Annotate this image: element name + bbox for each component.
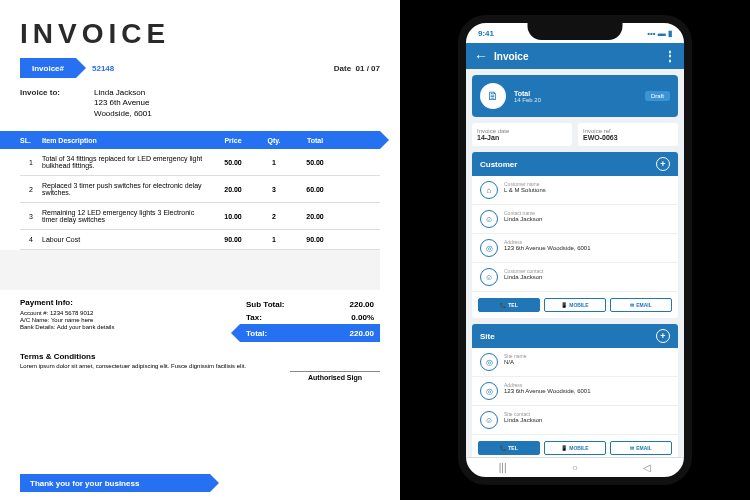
signature-line: Authorised Sign — [290, 371, 380, 381]
status-badge: Draft — [645, 91, 670, 101]
invoice-date: Date 01 / 07 — [334, 64, 380, 73]
bill-to-address: Linda Jackson 123 6th Avenue Woodside, 6… — [94, 88, 152, 119]
person-icon: ☺ — [480, 411, 498, 429]
phone-panel: 9:41 ••• ▬ ▮ ← Invoice ⋮ 🗎 Total 14 Feb … — [400, 0, 750, 500]
email-button[interactable]: ✉ EMAIL — [610, 441, 672, 455]
header-band: Invoice# 52148 Date 01 / 07 — [20, 58, 380, 78]
person-icon: ☺ — [480, 210, 498, 228]
summary-block: Payment Info: Account #: 1234 5678 9012 … — [20, 298, 380, 342]
business-icon: ⌂ — [480, 181, 498, 199]
invoice-date-card[interactable]: Invoice date14-Jan — [472, 123, 572, 146]
customer-header: Customer+ — [472, 152, 678, 176]
bill-to: Invoice to: Linda Jackson 123 6th Avenue… — [20, 88, 380, 119]
add-icon[interactable]: + — [656, 329, 670, 343]
site-address-field[interactable]: ◎Address123 6th Avenue Woodside, 6001 — [472, 377, 678, 406]
table-header: SL. Item Description Price Qty. Total — [0, 131, 380, 149]
table-row: 3Remaining 12 LED emergency lights 3 Ele… — [20, 203, 380, 230]
thank-you-band: Thank you for your business — [20, 474, 210, 492]
terms: Terms & Conditions Lorem ipsum dolor sit… — [20, 352, 380, 369]
bill-to-label: Invoice to: — [20, 88, 94, 119]
site-header: Site+ — [472, 324, 678, 348]
totals: Sub Total:220.00 Tax:0.00% Total:220.00 — [240, 298, 380, 342]
phone-notch — [528, 23, 623, 40]
table-row: 1Total of 34 fittings replaced for LED e… — [20, 149, 380, 176]
tel-button[interactable]: 📞 TEL — [478, 441, 540, 455]
menu-icon[interactable]: ⋮ — [664, 49, 676, 63]
android-nav: ||| ○ ◁ — [466, 457, 684, 477]
table-filler — [0, 250, 380, 290]
add-icon[interactable]: + — [656, 157, 670, 171]
phone-frame: 9:41 ••• ▬ ▮ ← Invoice ⋮ 🗎 Total 14 Feb … — [458, 15, 692, 485]
person-icon: ☺ — [480, 268, 498, 286]
mobile-button[interactable]: 📱 MOBILE — [544, 298, 606, 312]
invoice-number: 52148 — [92, 64, 114, 73]
email-button[interactable]: ✉ EMAIL — [610, 298, 672, 312]
nav-back-icon[interactable]: ◁ — [643, 462, 651, 473]
invoice-ref-card[interactable]: Invoice ref.EWO-0063 — [578, 123, 678, 146]
invoice-number-label: Invoice# — [20, 58, 76, 78]
app-body[interactable]: 🗎 Total 14 Feb 20 Draft Invoice date14-J… — [466, 69, 684, 457]
contact-name-field[interactable]: ☺Contact nameLinda Jackson — [472, 205, 678, 234]
table-row: 4Labour Cost90.00190.00 — [20, 230, 380, 250]
location-icon: ◎ — [480, 239, 498, 257]
customer-name-field[interactable]: ⌂Customer nameL & M Solutions — [472, 176, 678, 205]
back-icon[interactable]: ← — [474, 48, 488, 64]
grand-total: Total:220.00 — [240, 324, 380, 342]
status-time: 9:41 — [478, 29, 494, 38]
doc-title: INVOICE — [20, 18, 380, 50]
invoice-hero[interactable]: 🗎 Total 14 Feb 20 Draft — [472, 75, 678, 117]
payment-info: Payment Info: Account #: 1234 5678 9012 … — [20, 298, 240, 342]
mobile-button[interactable]: 📱 MOBILE — [544, 441, 606, 455]
location-icon: ◎ — [480, 353, 498, 371]
customer-contact-field[interactable]: ☺Customer contactLinda Jackson — [472, 263, 678, 292]
contact-buttons: 📞 TEL 📱 MOBILE ✉ EMAIL — [472, 292, 678, 318]
address-field[interactable]: ◎Address123 6th Avenue Woodside, 6001 — [472, 234, 678, 263]
site-contact-field[interactable]: ☺Site contactLinda Jackson — [472, 406, 678, 435]
invoice-document: INVOICE Invoice# 52148 Date 01 / 07 Invo… — [0, 0, 400, 500]
nav-recents-icon[interactable]: ||| — [499, 462, 507, 473]
document-icon: 🗎 — [480, 83, 506, 109]
nav-home-icon[interactable]: ○ — [572, 462, 578, 473]
site-card: Site+ ◎Site nameN/A ◎Address123 6th Aven… — [472, 324, 678, 457]
location-icon: ◎ — [480, 382, 498, 400]
customer-card: Customer+ ⌂Customer nameL & M Solutions … — [472, 152, 678, 318]
table-body: 1Total of 34 fittings replaced for LED e… — [20, 149, 380, 250]
app-title: Invoice — [494, 51, 528, 62]
site-name-field[interactable]: ◎Site nameN/A — [472, 348, 678, 377]
site-contact-buttons: 📞 TEL 📱 MOBILE ✉ EMAIL — [472, 435, 678, 457]
status-icons: ••• ▬ ▮ — [647, 29, 672, 38]
app-bar: ← Invoice ⋮ — [466, 43, 684, 69]
table-row: 2Replaced 3 timer push switches for elec… — [20, 176, 380, 203]
tel-button[interactable]: 📞 TEL — [478, 298, 540, 312]
